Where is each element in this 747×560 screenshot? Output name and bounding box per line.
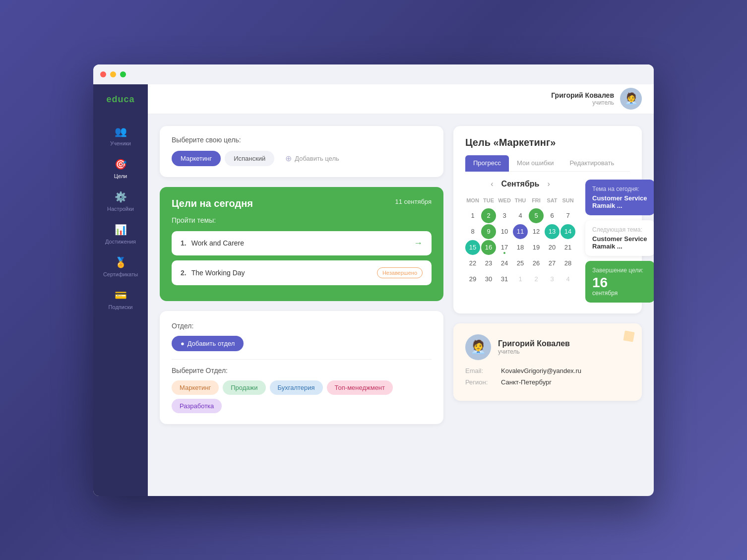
cal-day[interactable]: 2: [481, 208, 496, 223]
profile-role: учитель: [498, 348, 570, 355]
email-label: Email:: [465, 367, 495, 374]
dow-tue: TUE: [481, 195, 496, 207]
cal-month-label: Сентябрь: [501, 180, 540, 188]
cal-day[interactable]: 5: [529, 208, 544, 223]
cal-day[interactable]: 17: [497, 240, 512, 255]
titlebar: [93, 64, 654, 84]
next-topic-note: Следующая тема: Customer Service Ramaik …: [585, 220, 654, 256]
cal-day[interactable]: 23: [481, 256, 496, 271]
cal-day[interactable]: 6: [545, 208, 560, 223]
cal-day[interactable]: 28: [560, 256, 575, 271]
gc-tab-progress[interactable]: Прогресс: [465, 155, 509, 172]
cal-day[interactable]: 19: [529, 240, 544, 255]
students-icon: 👥: [115, 125, 127, 137]
add-dept-button[interactable]: ● Добавить отдел: [172, 336, 244, 351]
minimize-dot[interactable]: [110, 71, 116, 77]
cal-day[interactable]: 1: [513, 272, 528, 287]
cal-day[interactable]: 8: [465, 224, 480, 239]
goal-tab-spanish[interactable]: Испанский: [225, 151, 274, 166]
dept-tags: Маркетинг Продажи Бухгалтерия Топ-менедж…: [172, 380, 432, 413]
dept-tag-sales[interactable]: Продажи: [223, 380, 265, 395]
today-topic-note: Тема на сегодня: Customer Service Ramaik…: [585, 180, 654, 215]
cal-day[interactable]: 30: [481, 272, 496, 287]
cal-day[interactable]: 29: [465, 272, 480, 287]
cal-day[interactable]: 31: [497, 272, 512, 287]
task-item-1[interactable]: 1. Work and Carere →: [172, 231, 432, 255]
sidebar-item-students[interactable]: 👥 Ученики: [93, 120, 148, 152]
goal-selector-label: Выберите свою цель:: [172, 136, 432, 144]
sidebar-item-certificates[interactable]: 🏅 Сертификаты: [93, 250, 148, 283]
dow-sun: SUN: [560, 195, 575, 207]
cal-day[interactable]: 14: [560, 224, 575, 239]
task-num-1: 1.: [181, 239, 187, 247]
maximize-dot[interactable]: [120, 71, 126, 77]
task-item-2[interactable]: 2. The Working Day Незавершено: [172, 260, 432, 285]
cal-day[interactable]: 4: [560, 272, 575, 287]
goal-card-tabs: Прогресс Мои ошибки Редактировать: [465, 155, 630, 172]
cal-day[interactable]: 16: [481, 240, 496, 255]
region-label: Регион:: [465, 378, 495, 386]
user-role: учитель: [551, 99, 614, 106]
dept-label: Отдел:: [172, 322, 432, 330]
sidebar-item-goals[interactable]: 🎯 Цели: [93, 152, 148, 185]
dept-tag-marketing[interactable]: Маркетинг: [172, 380, 219, 395]
cal-day[interactable]: 7: [560, 208, 575, 223]
dept-tag-dev[interactable]: Разработка: [172, 399, 222, 413]
gc-tab-edit[interactable]: Редактировать: [561, 155, 622, 172]
profile-avatar: 🧑‍💼: [465, 334, 491, 360]
cal-next-button[interactable]: ›: [547, 180, 550, 188]
profile-card: 🧑‍💼 Григорий Ковалев учитель Email: Kova…: [453, 323, 642, 401]
dept-tag-accounting[interactable]: Бухгалтерия: [270, 380, 323, 395]
cal-prev-button[interactable]: ‹: [491, 180, 493, 188]
cal-day[interactable]: 26: [529, 256, 544, 271]
next-note-title: Customer Service Ramaik ...: [592, 235, 648, 250]
sidebar-label-certificates: Сертификаты: [103, 271, 138, 277]
header: Григорий Ковалев учитель 🧑‍💼: [148, 84, 654, 114]
cal-day[interactable]: 12: [529, 224, 544, 239]
cal-day[interactable]: 13: [545, 224, 560, 239]
task-name-2: The Working Day: [191, 269, 377, 277]
cal-day[interactable]: 4: [513, 208, 528, 223]
sidebar-label-settings: Настройки: [107, 206, 134, 212]
sidebar-label-subscriptions: Подписки: [109, 304, 133, 310]
cal-day[interactable]: 22: [465, 256, 480, 271]
cal-day[interactable]: 10: [497, 224, 512, 239]
cal-day[interactable]: 2: [529, 272, 544, 287]
task-name-1: Work and Carere: [191, 239, 414, 247]
cal-day[interactable]: 24: [497, 256, 512, 271]
next-note-label: Следующая тема:: [592, 226, 648, 233]
dow-fri: FRI: [529, 195, 544, 207]
todays-goals: Цели на сегодня 11 сентября Пройти темы:…: [160, 187, 443, 301]
dept-tag-topmanagement[interactable]: Топ-менеджмент: [327, 380, 393, 395]
select-dept-label: Выберите Отдел:: [172, 367, 432, 374]
plus-icon: ⊕: [285, 154, 292, 163]
cal-day[interactable]: 15: [465, 240, 480, 255]
dow-mon: MON: [465, 195, 480, 207]
cal-day[interactable]: 27: [545, 256, 560, 271]
cal-day[interactable]: 3: [497, 208, 512, 223]
profile-name: Григорий Ковалев: [498, 339, 570, 348]
cal-day[interactable]: 1: [465, 208, 480, 223]
gc-tab-errors[interactable]: Мои ошибки: [509, 155, 561, 172]
goal-tab-marketing[interactable]: Маркетинг: [172, 151, 221, 166]
logo: educa: [106, 94, 134, 105]
cal-day[interactable]: 9: [481, 224, 496, 239]
cal-day[interactable]: 18: [513, 240, 528, 255]
sidebar-item-achievements[interactable]: 📊 Достижения: [93, 218, 148, 250]
cal-day[interactable]: 21: [560, 240, 575, 255]
cal-day[interactable]: 25: [513, 256, 528, 271]
region-value: Санкт-Петербург: [501, 378, 552, 386]
sidebar-item-subscriptions[interactable]: 💳 Подписки: [93, 283, 148, 316]
app-window: educa 👥 Ученики 🎯 Цели ⚙️ Настройки 📊 До…: [93, 64, 654, 496]
cal-grid: MON TUE WED THU FRI SAT SUN 1 2: [465, 195, 575, 287]
sidebar-item-settings[interactable]: ⚙️ Настройки: [93, 185, 148, 218]
tg-title: Цели на сегодня: [172, 198, 253, 209]
dept-plus-icon: ●: [181, 340, 185, 347]
close-dot[interactable]: [100, 71, 106, 77]
cal-day[interactable]: 20: [545, 240, 560, 255]
task-incomplete-badge: Незавершено: [377, 267, 423, 278]
add-goal-button[interactable]: ⊕ Добавить цель: [278, 150, 346, 167]
cal-day[interactable]: 3: [545, 272, 560, 287]
right-column: Цель «Маркетинг» Прогресс Мои ошибки Ред…: [453, 126, 642, 484]
cal-day-today[interactable]: 11: [513, 224, 528, 239]
